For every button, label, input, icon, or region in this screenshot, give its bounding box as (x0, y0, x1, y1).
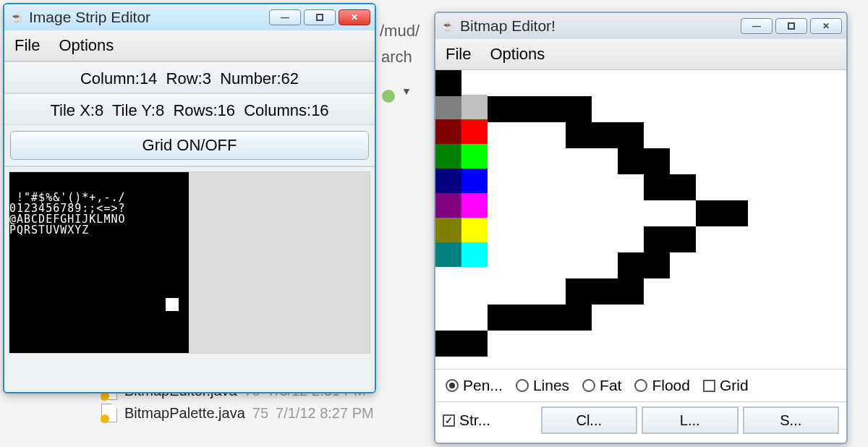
menu-file[interactable]: File (14, 36, 40, 55)
button-row: Str... Cl... L... S... (435, 401, 846, 443)
pixel[interactable] (722, 200, 748, 226)
dropdown-arrow-icon: ▼ (401, 85, 412, 97)
load-button[interactable]: L... (642, 406, 739, 434)
menu-file[interactable]: File (446, 45, 471, 64)
pixel[interactable] (592, 122, 618, 148)
tool-lines-radio[interactable]: Lines (516, 377, 569, 394)
window-title: Image Strip Editor (29, 9, 263, 26)
bitmap-editor-window[interactable]: ☕ Bitmap Editor! — ✕ File Options Pen...… (434, 12, 848, 444)
pixel[interactable] (488, 305, 514, 331)
minimize-button[interactable]: — (741, 18, 773, 34)
status-line-2: Tile X:8 Tile Y:8 Rows:16 Columns:16 (4, 93, 375, 125)
pixel[interactable] (696, 200, 722, 226)
menu-options[interactable]: Options (490, 45, 545, 64)
ascii-glyphs: !"#$%&'()*+,-./ 0123456789:;<=>? @ABCDEF… (9, 192, 126, 236)
save-button[interactable]: S... (743, 406, 840, 434)
status-line-1: Column:14 Row:3 Number:62 (4, 61, 375, 93)
strip-preview[interactable]: !"#$%&'()*+,-./ 0123456789:;<=>? @ABCDEF… (9, 171, 370, 354)
java-file-icon (101, 404, 117, 422)
file-date: 7/1/12 8:27 PM (276, 405, 374, 422)
menubar: File Options (4, 30, 375, 61)
clear-button[interactable]: Cl... (541, 406, 638, 434)
pixel[interactable] (514, 305, 540, 331)
maximize-button[interactable] (775, 18, 807, 34)
window-title: Bitmap Editor! (460, 17, 735, 35)
tool-fat-radio[interactable]: Fat (582, 377, 621, 394)
grid-toggle-button[interactable]: Grid ON/OFF (10, 131, 369, 160)
color-swatch[interactable] (461, 144, 488, 169)
pixel[interactable] (566, 305, 592, 331)
tool-pen-radio[interactable]: Pen... (446, 377, 503, 394)
url-fragment: /mud/ (380, 22, 420, 41)
pixel[interactable] (461, 331, 488, 357)
color-swatch[interactable] (435, 218, 461, 242)
close-button[interactable]: ✕ (810, 18, 842, 34)
minimize-button[interactable]: — (269, 9, 301, 25)
color-swatch[interactable] (461, 119, 488, 144)
color-swatch[interactable] (435, 193, 461, 218)
close-button[interactable]: ✕ (339, 9, 370, 25)
pixel[interactable] (670, 226, 696, 252)
maximize-button[interactable] (304, 9, 336, 25)
pixel[interactable] (644, 252, 670, 278)
pixel[interactable] (566, 122, 592, 148)
color-swatch[interactable] (435, 95, 461, 119)
search-fragment: arch (381, 48, 412, 67)
pixel[interactable] (644, 148, 670, 174)
image-strip-editor-window[interactable]: ☕ Image Strip Editor — ✕ File Options Co… (3, 3, 376, 393)
pixel[interactable] (514, 96, 540, 122)
color-palette (435, 95, 488, 267)
tool-radio-row: Pen... Lines Fat Flood Grid (435, 369, 846, 401)
pixel[interactable] (644, 226, 670, 252)
file-rev: 75 (252, 405, 268, 422)
pixel[interactable] (540, 305, 566, 331)
pixel[interactable] (618, 252, 644, 278)
tool-flood-radio[interactable]: Flood (634, 377, 690, 394)
pixel[interactable] (618, 148, 644, 174)
pixel[interactable] (618, 278, 644, 305)
file-row-2[interactable]: BitmapPalette.java 75 7/1/12 8:27 PM (101, 404, 374, 422)
color-swatch[interactable] (435, 242, 461, 267)
pixel[interactable] (566, 96, 592, 122)
color-swatch[interactable] (461, 95, 488, 119)
str-checkbox[interactable]: Str... (443, 412, 537, 429)
color-swatch[interactable] (435, 119, 461, 144)
pixel[interactable] (488, 96, 514, 122)
pixel[interactable] (566, 278, 592, 305)
pixel[interactable] (435, 331, 461, 357)
color-swatch[interactable] (461, 218, 488, 242)
pixel[interactable] (644, 174, 670, 200)
menubar: File Options (435, 39, 846, 70)
file-name: BitmapPalette.java (124, 405, 245, 422)
selection-cursor (166, 298, 179, 311)
pixel[interactable] (435, 70, 461, 96)
color-swatch[interactable] (461, 193, 488, 218)
color-swatch[interactable] (461, 169, 488, 193)
pixel[interactable] (592, 278, 618, 305)
titlebar[interactable]: ☕ Image Strip Editor — ✕ (4, 4, 375, 30)
pixel[interactable] (618, 122, 644, 148)
color-swatch[interactable] (461, 242, 488, 267)
java-cup-icon: ☕ (9, 10, 23, 25)
run-icon (382, 90, 395, 103)
color-swatch[interactable] (435, 144, 461, 169)
pixel[interactable] (670, 174, 696, 200)
titlebar[interactable]: ☕ Bitmap Editor! — ✕ (435, 13, 846, 39)
menu-options[interactable]: Options (59, 36, 114, 55)
java-cup-icon: ☕ (440, 19, 454, 33)
grid-checkbox[interactable]: Grid (703, 377, 749, 394)
pixel[interactable] (540, 96, 566, 122)
pixel-canvas[interactable] (435, 70, 846, 369)
color-swatch[interactable] (435, 169, 461, 193)
